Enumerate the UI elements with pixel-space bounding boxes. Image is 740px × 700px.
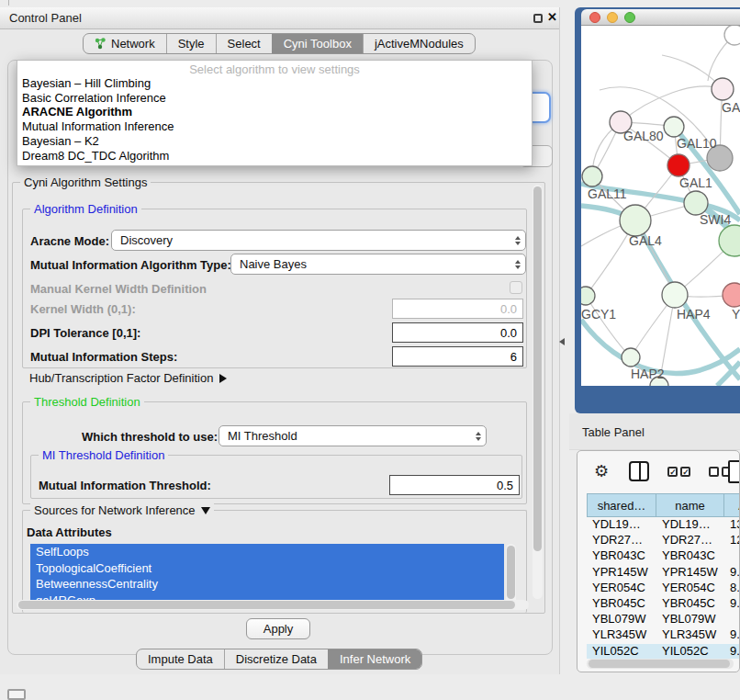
hub-definition-toggle[interactable]: Hub/Transcription Factor Definition	[29, 371, 227, 385]
dropdown-item-dream8-dc-tdc-algorithm[interactable]: Dream8 DC_TDC Algorithm	[17, 149, 532, 164]
tab-impute-data-label: Impute Data	[148, 652, 213, 666]
scrollbar-thumb[interactable]	[533, 186, 542, 551]
table-row[interactable]: YDL19…YDL19…13	[587, 517, 740, 533]
table-row[interactable]: YLR345WYLR345W9.	[587, 627, 740, 643]
manual-kernel-checkbox[interactable]	[510, 281, 522, 294]
kernel-width-field[interactable]: 0.0	[392, 299, 523, 319]
control-panel-window: Control Panel ✕ NetworkStyleSelectCyni T…	[0, 7, 560, 674]
network-node[interactable]	[723, 283, 740, 307]
cyni-settings-title: Cyni Algorithm Settings	[20, 175, 151, 189]
scrollbar-thumb[interactable]	[18, 601, 515, 609]
scrollbar-thumb[interactable]	[589, 660, 730, 668]
network-icon	[95, 38, 107, 50]
mi-steps-field[interactable]: 6	[392, 346, 523, 367]
network-node[interactable]	[622, 348, 640, 367]
tab-cyni-toolbox[interactable]: Cyni Toolbox	[272, 34, 363, 53]
table-cell: YPR145W	[656, 565, 724, 581]
table-cell: YBR043C	[656, 548, 724, 564]
threshold-definition-title: Threshold Definition	[30, 395, 144, 409]
network-node[interactable]	[662, 282, 688, 308]
tab-impute-data[interactable]: Impute Data	[137, 649, 224, 669]
table-cell: YBL079W	[656, 612, 724, 627]
table-cell: YBR045C	[587, 596, 656, 612]
split-pane-collapse-arrow[interactable]	[559, 338, 565, 345]
attribute-item-betweennesscentrality[interactable]: BetweennessCentrality	[30, 576, 504, 593]
float-window-icon[interactable]	[533, 14, 543, 23]
dropdown-item-bayesian-hill-climbing[interactable]: Bayesian – Hill Climbing	[17, 76, 532, 91]
attribute-item-selfloops[interactable]: SelfLoops	[30, 544, 504, 560]
close-icon[interactable]: ✕	[547, 10, 557, 24]
tab-network[interactable]: Network	[84, 34, 166, 53]
column-header-name[interactable]: name	[656, 493, 724, 517]
column-header-a[interactable]: A	[724, 493, 740, 517]
gear-icon[interactable]: ⚙	[594, 461, 609, 481]
table-row[interactable]: YBR043CYBR043C	[587, 548, 740, 564]
attribute-item-topologicalcoefficient[interactable]: TopologicalCoefficient	[30, 560, 504, 577]
sources-group: Sources for Network Inference Data Attri…	[22, 510, 527, 613]
aracne-mode-combo[interactable]: Discovery	[111, 230, 526, 251]
sources-title-label: Sources for Network Inference	[34, 503, 196, 517]
apply-button[interactable]: Apply	[246, 618, 310, 639]
settings-horizontal-scrollbar[interactable]	[17, 600, 529, 610]
tab-style[interactable]: Style	[166, 34, 216, 53]
network-node[interactable]	[582, 166, 602, 186]
network-node[interactable]	[724, 26, 740, 45]
dropdown-item-basic-correlation-inference[interactable]: Basic Correlation Inference	[17, 91, 532, 106]
dpi-tolerance-field[interactable]: 0.0	[392, 322, 523, 343]
tab-select[interactable]: Select	[216, 34, 272, 53]
dropdown-item-bayesian-k2[interactable]: Bayesian – K2	[17, 134, 532, 149]
node-label-gal80: GAL80	[623, 129, 664, 143]
dropdown-item-aracne-algorithm[interactable]: ARACNE Algorithm	[17, 105, 532, 119]
dropdown-prompt: Select algorithm to view settings	[17, 61, 532, 76]
dropdown-items: Bayesian – Hill ClimbingBasic Correlatio…	[17, 76, 532, 163]
network-node[interactable]	[712, 78, 734, 100]
table-cell: YPR145W	[587, 565, 656, 581]
table-row[interactable]: YER054CYER054C8.	[587, 581, 740, 596]
threshold-definition-group: Threshold Definition Which threshold to …	[22, 401, 527, 504]
table-row[interactable]: YBR045CYBR045C9.	[587, 596, 740, 612]
network-node[interactable]	[664, 117, 684, 137]
aracne-mode-value: Discovery	[112, 233, 510, 247]
node-label-gal4: GAL4	[629, 233, 662, 248]
split-columns-icon[interactable]	[629, 461, 649, 481]
table-row[interactable]: YDR27…YDR27…12	[587, 533, 740, 548]
mi-type-value: Naive Bayes	[231, 257, 510, 271]
tab-discretize-data[interactable]: Discretize Data	[224, 649, 328, 669]
mac-minimize-icon[interactable]	[607, 12, 618, 23]
network-canvas[interactable]: GALGAL80GAL10GAL1GAL11SWI4GAL4GCY1HAP4YH…	[581, 26, 740, 386]
minimized-panel-icon[interactable]	[7, 689, 26, 700]
stepper-arrows-icon	[510, 254, 525, 274]
mac-zoom-icon[interactable]	[624, 12, 635, 23]
table-horizontal-scrollbar[interactable]	[587, 659, 734, 669]
sources-title[interactable]: Sources for Network Inference	[30, 503, 214, 517]
table-cell: YBL079W	[587, 612, 656, 627]
network-node[interactable]	[719, 225, 740, 256]
network-node[interactable]	[581, 287, 595, 305]
expanded-arrow-icon	[201, 507, 210, 514]
mi-threshold-field[interactable]: 0.5	[389, 475, 520, 495]
table-row[interactable]: YBL079WYBL079W	[587, 612, 740, 627]
table-cell: YBR045C	[656, 596, 724, 612]
column-header-shared[interactable]: shared…	[587, 493, 656, 517]
table-row[interactable]: YPR145WYPR145W9.	[587, 565, 740, 581]
settings-vertical-scrollbar[interactable]	[533, 185, 543, 599]
network-node[interactable]	[620, 205, 651, 236]
mi-type-combo[interactable]: Naive Bayes	[230, 254, 526, 275]
tab-infer-network[interactable]: Infer Network	[328, 649, 421, 669]
table-rows: YDL19…YDL19…13YDR27…YDR27…12YBR043CYBR04…	[587, 517, 740, 659]
table-row[interactable]: YIL052CYIL052C9.	[587, 644, 740, 660]
tab-jactivemnodules[interactable]: jActiveMNodules	[363, 34, 475, 53]
select-all-checks-icon[interactable]: ✓✓	[667, 467, 690, 477]
algorithm-definition-title: Algorithm Definition	[30, 202, 141, 216]
scrollbar-thumb[interactable]	[507, 546, 515, 599]
tab-style-label: Style	[178, 37, 205, 51]
kernel-width-label: Kernel Width (0,1):	[30, 302, 136, 316]
which-threshold-combo[interactable]: MI Threshold	[219, 425, 487, 446]
network-node[interactable]	[667, 154, 690, 176]
dropdown-item-mutual-information-inference[interactable]: Mutual Information Inference	[17, 119, 532, 134]
node-label-gal10: GAL10	[677, 136, 717, 151]
network-window-titlebar	[581, 9, 740, 26]
table-cell	[724, 612, 740, 627]
sheet-icon[interactable]	[728, 460, 740, 483]
mac-close-icon[interactable]	[589, 12, 600, 23]
